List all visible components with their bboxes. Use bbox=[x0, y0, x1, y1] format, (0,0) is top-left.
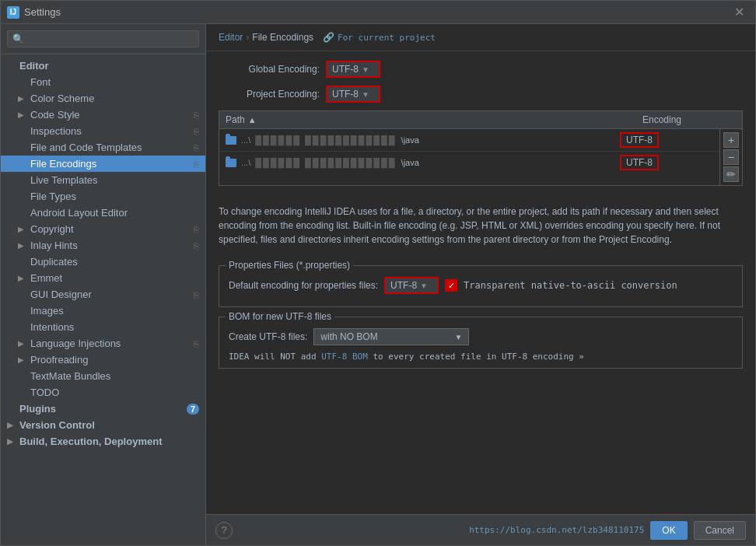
sidebar-item-copyright[interactable]: ▶ Copyright ⎘ bbox=[1, 221, 205, 237]
global-encoding-select[interactable]: UTF-8 ▼ bbox=[326, 61, 380, 78]
copy-icon: ⎘ bbox=[194, 127, 199, 136]
dropdown-arrow-icon: ▼ bbox=[362, 65, 369, 74]
table-header: Path ▲ Encoding bbox=[219, 111, 742, 129]
sidebar-label: File Encodings bbox=[30, 158, 96, 170]
checkbox-icon bbox=[445, 279, 457, 292]
sidebar-item-live-templates[interactable]: Live Templates bbox=[1, 172, 205, 188]
sidebar-item-file-code-templates[interactable]: File and Code Templates ⎘ bbox=[1, 139, 205, 156]
arrow-icon: ▶ bbox=[7, 421, 16, 429]
copy-icon: ⎘ bbox=[194, 241, 199, 250]
sidebar-item-font[interactable]: Font bbox=[1, 74, 205, 90]
breadcrumb-separator: › bbox=[246, 32, 249, 43]
search-box bbox=[1, 24, 205, 54]
table-row[interactable]: ...\ ██████ ████████████ \java UTF-8 bbox=[219, 129, 719, 152]
transparent-label: Transparent native-to-ascii conversion bbox=[464, 280, 677, 291]
arrow-icon: ▶ bbox=[7, 437, 16, 446]
sidebar-list: Editor Font ▶ Color Scheme ▶ Code Style … bbox=[1, 54, 205, 545]
sidebar-item-plugins[interactable]: Plugins 7 bbox=[1, 401, 205, 417]
properties-section-content: Default encoding for properties files: U… bbox=[229, 277, 733, 294]
sidebar-label: GUI Designer bbox=[30, 289, 92, 300]
sidebar: Editor Font ▶ Color Scheme ▶ Code Style … bbox=[1, 24, 206, 545]
sidebar-label: TODO bbox=[30, 387, 59, 398]
bom-create-label: Create UTF-8 files: bbox=[229, 331, 307, 342]
sidebar-item-inlay-hints[interactable]: ▶ Inlay Hints ⎘ bbox=[1, 237, 205, 254]
sidebar-item-android-layout-editor[interactable]: Android Layout Editor bbox=[1, 205, 205, 221]
sidebar-label: Inlay Hints bbox=[30, 240, 78, 251]
properties-section: Properties Files (*.properties) Default … bbox=[219, 265, 743, 307]
sidebar-item-file-types[interactable]: File Types bbox=[1, 188, 205, 205]
ok-button[interactable]: OK bbox=[650, 521, 687, 540]
close-button[interactable]: ✕ bbox=[730, 3, 749, 21]
copy-icon: ⎘ bbox=[194, 159, 199, 169]
sidebar-item-intentions[interactable]: Intentions bbox=[1, 319, 205, 335]
row-encoding-1: UTF-8 bbox=[620, 132, 713, 148]
settings-window: IJ Settings ✕ Editor Font ▶ bbox=[0, 0, 756, 546]
bom-dropdown[interactable]: with NO BOM ▼ bbox=[313, 328, 469, 345]
sidebar-item-inspections[interactable]: Inspections ⎘ bbox=[1, 123, 205, 139]
default-encoding-row: Default encoding for properties files: U… bbox=[229, 277, 733, 294]
sidebar-item-duplicates[interactable]: Duplicates bbox=[1, 254, 205, 270]
global-encoding-value: UTF-8 bbox=[332, 64, 359, 75]
default-encoding-select[interactable]: UTF-8 ▼ bbox=[384, 277, 439, 294]
sidebar-item-build-execution[interactable]: ▶ Build, Execution, Deployment bbox=[1, 433, 205, 450]
sidebar-label: Images bbox=[30, 305, 64, 317]
sidebar-item-version-control[interactable]: ▶ Version Control bbox=[1, 417, 205, 433]
sidebar-item-language-injections[interactable]: ▶ Language Injections ⎘ bbox=[1, 335, 205, 352]
cancel-button[interactable]: Cancel bbox=[694, 521, 746, 540]
row-encoding-2: UTF-8 bbox=[620, 155, 713, 170]
bom-value: with NO BOM bbox=[320, 331, 377, 342]
title-bar: IJ Settings ✕ bbox=[1, 1, 755, 24]
search-input[interactable] bbox=[7, 30, 199, 47]
sidebar-label: TextMate Bundles bbox=[30, 370, 110, 382]
sort-icon: ▲ bbox=[248, 115, 257, 124]
bom-note-highlight: UTF-8 BOM bbox=[321, 352, 368, 362]
path-blur: ██████ ████████████ bbox=[255, 158, 396, 167]
arrow-icon: ▶ bbox=[18, 241, 27, 250]
sidebar-label: Emmet bbox=[30, 272, 62, 284]
edit-row-button[interactable]: ✏ bbox=[723, 166, 739, 182]
transparent-checkbox[interactable] bbox=[445, 279, 457, 292]
bom-note: IDEA will NOT add UTF-8 BOM to every cre… bbox=[229, 352, 733, 362]
sidebar-label: Color Scheme bbox=[30, 93, 94, 104]
table-actions: + − ✏ bbox=[719, 129, 742, 185]
sidebar-label: Language Injections bbox=[30, 338, 121, 349]
sidebar-label: Editor bbox=[19, 60, 49, 72]
sidebar-item-proofreading[interactable]: ▶ Proofreading bbox=[1, 352, 205, 368]
sidebar-label: Code Style bbox=[30, 109, 80, 121]
app-icon: IJ bbox=[7, 6, 19, 19]
arrow-icon: ▶ bbox=[18, 355, 27, 364]
project-encoding-value: UTF-8 bbox=[332, 89, 359, 100]
arrow-icon: ▶ bbox=[18, 339, 27, 348]
sidebar-item-file-encodings[interactable]: File Encodings ⎘ bbox=[1, 156, 205, 172]
project-encoding-select[interactable]: UTF-8 ▼ bbox=[326, 86, 380, 103]
sidebar-label: File Types bbox=[30, 191, 76, 202]
sidebar-item-code-style[interactable]: ▶ Code Style ⎘ bbox=[1, 107, 205, 123]
sidebar-item-gui-designer[interactable]: GUI Designer ⎘ bbox=[1, 286, 205, 303]
main-content: Editor Font ▶ Color Scheme ▶ Code Style … bbox=[1, 24, 755, 545]
sidebar-label: Live Templates bbox=[30, 174, 97, 186]
sidebar-item-emmet[interactable]: ▶ Emmet bbox=[1, 270, 205, 286]
sidebar-label: Version Control bbox=[19, 419, 95, 431]
sidebar-label: Proofreading bbox=[30, 354, 88, 366]
path-prefix: ...\ bbox=[241, 135, 250, 145]
panel-body: Global Encoding: UTF-8 ▼ Project Encodin… bbox=[206, 51, 755, 514]
sidebar-item-editor[interactable]: Editor bbox=[1, 58, 205, 74]
add-row-button[interactable]: + bbox=[723, 132, 739, 148]
remove-row-button[interactable]: − bbox=[723, 149, 739, 165]
sidebar-item-textmate-bundles[interactable]: TextMate Bundles bbox=[1, 368, 205, 384]
sidebar-label: Build, Execution, Deployment bbox=[19, 436, 162, 447]
bottom-bar: ? https://blog.csdn.net/lzb348110175 OK … bbox=[206, 514, 755, 545]
sidebar-label: Inspections bbox=[30, 125, 82, 137]
arrow-icon: ▶ bbox=[18, 274, 27, 282]
col-encoding-header: Encoding bbox=[642, 114, 736, 125]
table-row[interactable]: ...\ ██████ ████████████ \java UTF-8 bbox=[219, 152, 719, 173]
bom-note-suffix: to every created file in UTF-8 encoding … bbox=[368, 352, 584, 362]
folder-icon bbox=[226, 159, 236, 167]
sidebar-label: Font bbox=[30, 76, 51, 88]
arrow-icon: ▶ bbox=[18, 225, 27, 233]
sidebar-item-color-scheme[interactable]: ▶ Color Scheme bbox=[1, 90, 205, 107]
sidebar-item-images[interactable]: Images bbox=[1, 303, 205, 319]
sidebar-item-todo[interactable]: TODO bbox=[1, 384, 205, 401]
help-button[interactable]: ? bbox=[215, 522, 233, 539]
breadcrumb-current: File Encodings bbox=[252, 32, 313, 43]
